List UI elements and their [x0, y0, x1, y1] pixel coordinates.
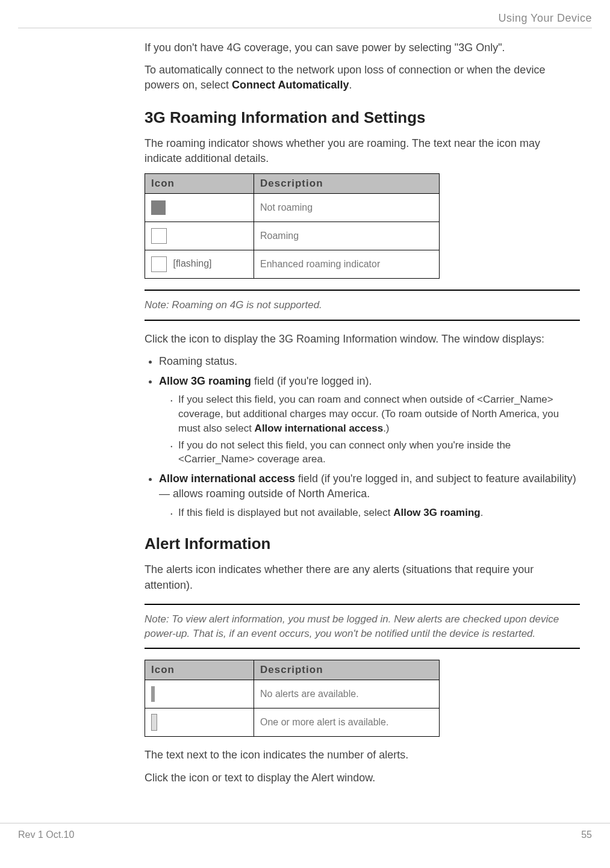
enhanced-roaming-icon — [151, 256, 167, 272]
alerts-heading: Alert Information — [145, 535, 580, 553]
roaming-note: Note: Roaming on 4G is not supported. — [145, 290, 580, 321]
alerts-icon-table: Icon Description No alerts are available… — [145, 660, 440, 737]
desc-cell: Roaming — [254, 222, 440, 250]
intro-paragraph-1: If you don't have 4G coverage, you can s… — [145, 40, 580, 55]
list-item: If you select this field, you can roam a… — [170, 392, 580, 435]
no-alerts-icon — [151, 686, 155, 702]
allow-international-access-label: Allow international access — [255, 423, 384, 434]
footer-right: 55 — [581, 829, 592, 840]
allow-international-access-label: Allow international access — [159, 473, 295, 485]
icon-cell — [145, 222, 254, 250]
flashing-label: [flashing] — [173, 258, 211, 268]
icon-cell — [145, 193, 254, 222]
allow-3g-roaming-label: Allow 3G roaming — [159, 375, 251, 387]
header-section: Using Your Device — [18, 12, 592, 25]
roaming-icon — [151, 228, 167, 244]
alerts-available-icon — [151, 714, 157, 731]
desc-cell: One or more alert is available. — [254, 708, 440, 737]
roaming-paragraph-2: Click the icon to display the 3G Roaming… — [145, 332, 580, 347]
allow-3g-roaming-label: Allow 3G roaming — [393, 507, 481, 518]
table-row: Roaming — [145, 222, 440, 250]
text: . — [349, 79, 352, 91]
text: If this field is displayed but not avail… — [178, 507, 393, 518]
list-item: If you do not select this field, you can… — [170, 438, 580, 467]
note-text: Note: To view alert information, you mus… — [145, 612, 580, 641]
table-row: [flashing] Enhanced roaming indicator — [145, 250, 440, 278]
col-header-icon: Icon — [145, 173, 254, 193]
alerts-paragraph-1: The alerts icon indicates whether there … — [145, 562, 580, 592]
intro-paragraph-2: To automatically connect to the network … — [145, 63, 580, 93]
table-row: Not roaming — [145, 193, 440, 222]
note-text: Note: Roaming on 4G is not supported. — [145, 298, 580, 312]
table-row: One or more alert is available. — [145, 708, 440, 737]
text: field (if you're logged in). — [251, 375, 372, 387]
roaming-paragraph-1: The roaming indicator shows whether you … — [145, 136, 580, 166]
col-header-icon: Icon — [145, 660, 254, 680]
sub-list: If you select this field, you can roam a… — [159, 392, 580, 467]
list-item: Roaming status. — [159, 354, 580, 369]
main-content: If you don't have 4G coverage, you can s… — [145, 40, 580, 786]
table-header-row: Icon Description — [145, 660, 440, 680]
icon-cell: [flashing] — [145, 250, 254, 278]
desc-cell: No alerts are available. — [254, 680, 440, 708]
alerts-paragraph-3: Click the icon or text to display the Al… — [145, 770, 580, 786]
list-item: If this field is displayed but not avail… — [170, 506, 580, 520]
table-header-row: Icon Description — [145, 173, 440, 193]
connect-automatically-label: Connect Automatically — [232, 79, 349, 91]
col-header-description: Description — [254, 173, 440, 193]
col-header-description: Description — [254, 660, 440, 680]
desc-cell: Not roaming — [254, 193, 440, 222]
divider — [18, 28, 592, 28]
roaming-bullet-list: Roaming status. Allow 3G roaming field (… — [145, 354, 580, 520]
table-row: No alerts are available. — [145, 680, 440, 708]
alerts-note: Note: To view alert information, you mus… — [145, 604, 580, 649]
desc-cell: Enhanced roaming indicator — [254, 250, 440, 278]
roaming-heading: 3G Roaming Information and Settings — [145, 108, 580, 127]
footer-left: Rev 1 Oct.10 — [18, 829, 74, 840]
roaming-icon-table: Icon Description Not roaming Roaming [fl… — [145, 173, 440, 279]
text: . — [481, 507, 484, 518]
footer: Rev 1 Oct.10 55 — [0, 823, 610, 846]
text: .) — [383, 423, 389, 434]
icon-cell — [145, 680, 254, 708]
icon-cell — [145, 708, 254, 737]
list-item: Allow 3G roaming field (if you're logged… — [159, 374, 580, 467]
sub-list: If this field is displayed but not avail… — [159, 506, 580, 520]
not-roaming-icon — [151, 200, 166, 215]
list-item: Allow international access field (if you… — [159, 471, 580, 519]
alerts-paragraph-2: The text next to the icon indicates the … — [145, 748, 580, 763]
